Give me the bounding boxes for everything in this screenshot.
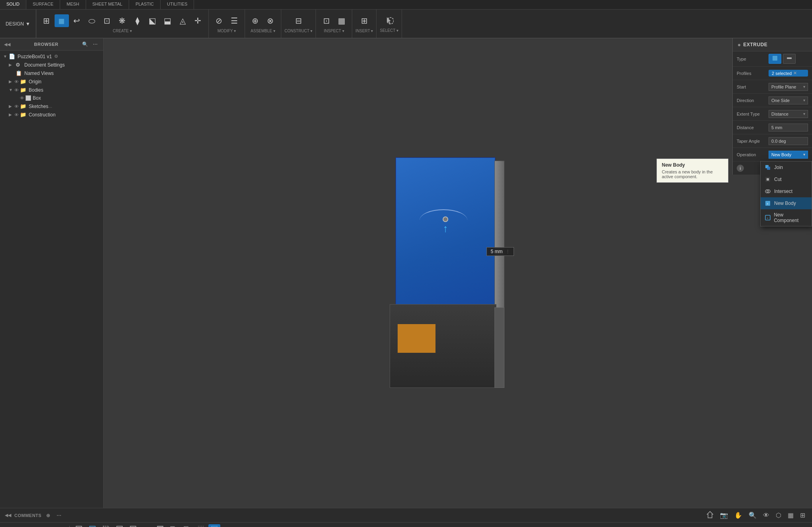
profiles-clear-btn[interactable]: ✕: [793, 71, 797, 76]
create-pattern-btn[interactable]: ⬕: [145, 14, 160, 27]
tree-sketches[interactable]: ▶ 👁 📁 Sketches …: [0, 102, 103, 110]
sketch-lasso-btn[interactable]: [100, 524, 112, 527]
browser-sidebar: ◀◀ BROWSER 🔍 ⋯ ▼ 📄 PuzzleBox01 v1 ⚙ ▶ ⚙ …: [0, 38, 104, 508]
viewport-display-btn[interactable]: ⬡: [774, 510, 783, 520]
extrude-start-select[interactable]: Profile Plane ▾: [769, 83, 808, 91]
tab-sheet-metal[interactable]: SHEET METAL: [86, 0, 129, 9]
tree-root-arrow: ▼: [3, 54, 9, 59]
dropdown-join[interactable]: Join: [761, 161, 812, 173]
viewport-home-btn[interactable]: [704, 510, 716, 521]
dropdown-new-component[interactable]: + New Component: [761, 209, 812, 226]
sketch-tool-active[interactable]: [208, 524, 220, 527]
viewport-pan-btn[interactable]: ✋: [732, 510, 744, 520]
extrude-taper-input[interactable]: [769, 137, 808, 145]
dropdown-intersect[interactable]: Intersect: [761, 185, 812, 197]
tree-document-settings[interactable]: ▶ ⚙ Document Settings: [0, 61, 103, 69]
sketch-tool-c[interactable]: [141, 524, 153, 527]
viewport-zoom-btn[interactable]: 🔍: [747, 510, 759, 520]
tab-plastic[interactable]: PLASTIC: [129, 0, 161, 9]
tree-box[interactable]: 👁 Box: [0, 94, 103, 102]
tab-solid[interactable]: SOLID: [0, 0, 26, 9]
viewport-layout-btn[interactable]: ⊞: [798, 510, 807, 520]
modify-icons: ⊘ ☰: [212, 14, 241, 27]
viewport[interactable]: ↑ 5 mm ⋮ ● EXTRUDE Type: [104, 38, 812, 508]
design-button[interactable]: DESIGN ▼: [0, 10, 36, 38]
sketch-tool-f[interactable]: [181, 524, 193, 527]
inspect-measure-btn[interactable]: ⊡: [319, 14, 333, 27]
insert-btn[interactable]: ⊞: [357, 14, 371, 27]
tree-root[interactable]: ▼ 📄 PuzzleBox01 v1 ⚙: [0, 52, 103, 61]
sketch-tool-2[interactable]: ◀: [17, 525, 26, 527]
tree-named-views[interactable]: 📋 Named Views: [0, 69, 103, 77]
inspect-more-btn[interactable]: ▦: [334, 14, 349, 27]
tree-sketches-eye: 👁: [14, 104, 19, 109]
create-mirror-btn[interactable]: ⧫: [130, 14, 145, 27]
create-new-body-btn[interactable]: ⊞: [39, 14, 54, 27]
sketch-select-btn[interactable]: [86, 524, 98, 527]
browser-search-btn[interactable]: 🔍: [80, 41, 90, 48]
create-boundary-btn[interactable]: ◬: [176, 14, 190, 27]
comments-add-btn[interactable]: ⊕: [45, 512, 52, 519]
assemble-more-btn[interactable]: ⊗: [263, 14, 278, 27]
new-component-icon: +: [765, 214, 771, 221]
construct-offset-plane-btn[interactable]: ⊟: [291, 14, 306, 27]
dropdown-new-body[interactable]: + New Body: [761, 197, 812, 209]
modify-more-btn[interactable]: ☰: [227, 14, 241, 27]
tree-root-icon: 📄: [9, 53, 16, 59]
viewport-snapshot-btn[interactable]: 📷: [718, 510, 730, 520]
comments-title: COMMENTS: [14, 513, 41, 518]
tree-construction[interactable]: ▶ 👁 📁 Construction: [0, 110, 103, 119]
select-btn[interactable]: [382, 15, 396, 27]
extrude-profiles-label: Profiles: [737, 71, 769, 76]
tree-doc-arrow: ▶: [9, 63, 14, 67]
insert-icons: ⊞: [357, 14, 371, 27]
tab-mesh[interactable]: MESH: [60, 0, 86, 9]
sketch-tool-3[interactable]: ▶: [28, 525, 37, 527]
extrude-operation-label: Operation: [737, 152, 769, 157]
toolbar-group-create: ⊞ ◼ ↩ ⬭ ⊡ ❋ ⧫ ⬕ ⬓ ◬ ✛ CREATE ▾: [36, 10, 209, 38]
viewport-view-btn[interactable]: 👁: [761, 511, 771, 520]
comments-more-btn[interactable]: ⋯: [55, 512, 63, 519]
tree-construction-icon: 📁: [20, 112, 27, 118]
viewport-grid-btn[interactable]: ▦: [786, 510, 796, 520]
extrude-distance-input[interactable]: [769, 124, 808, 132]
create-revolve-btn[interactable]: ↩: [70, 14, 84, 27]
dimension-label[interactable]: 5 mm ⋮: [486, 247, 514, 256]
sketch-tool-5[interactable]: ⏭: [55, 525, 66, 527]
tab-utilities[interactable]: UTILITIES: [161, 0, 194, 9]
extrude-info-icon[interactable]: i: [737, 165, 744, 172]
sketch-tool-g[interactable]: [195, 524, 207, 527]
browser-collapse-icon[interactable]: ◀◀: [4, 42, 10, 47]
sketch-rect-btn[interactable]: [73, 524, 85, 527]
create-more-btn[interactable]: ✛: [191, 14, 205, 27]
sketch-tool-b[interactable]: [127, 524, 139, 527]
sketch-tool-a[interactable]: [114, 524, 126, 527]
tree-origin[interactable]: ▶ 👁 📁 Origin: [0, 77, 103, 86]
create-sweep-btn[interactable]: ⬭: [85, 15, 99, 27]
extrude-extent-select[interactable]: Distance ▾: [769, 110, 808, 118]
extrude-start-row: Start Profile Plane ▾: [733, 80, 812, 94]
extrude-direction-select[interactable]: One Side ▾: [769, 96, 808, 104]
dropdown-cut[interactable]: Cut: [761, 173, 812, 185]
sketch-tool-e[interactable]: [168, 524, 180, 527]
tab-surface[interactable]: SURFACE: [26, 0, 60, 9]
extrude-operation-control: New Body ▾ Join: [769, 151, 808, 159]
sketch-tool-4[interactable]: ▶▶: [39, 525, 53, 527]
create-thicken-btn[interactable]: ⬓: [161, 14, 175, 27]
tree-bodies[interactable]: ▼ 👁 📁 Bodies: [0, 86, 103, 94]
modify-press-pull-btn[interactable]: ⊘: [212, 14, 226, 27]
extrude-operation-select[interactable]: New Body ▾: [769, 151, 808, 159]
type-thin-btn[interactable]: [783, 54, 796, 64]
dimension-more-icon[interactable]: ⋮: [506, 249, 510, 254]
comments-collapse-icon[interactable]: ◀◀: [5, 513, 11, 518]
browser-more-btn[interactable]: ⋯: [91, 41, 99, 48]
dropdown-cut-label: Cut: [774, 177, 782, 182]
create-shell-btn[interactable]: ❋: [115, 14, 129, 27]
type-solid-btn[interactable]: [769, 54, 781, 64]
create-extrude-btn[interactable]: ◼: [55, 14, 69, 27]
assemble-new-component-btn[interactable]: ⊕: [248, 14, 263, 27]
sketch-tool-1[interactable]: ⏮: [4, 525, 15, 527]
toolbar-group-assemble: ⊕ ⊗ ASSEMBLE ▾: [245, 10, 281, 38]
create-loft-btn[interactable]: ⊡: [100, 14, 114, 27]
sketch-tool-d[interactable]: [154, 524, 166, 527]
